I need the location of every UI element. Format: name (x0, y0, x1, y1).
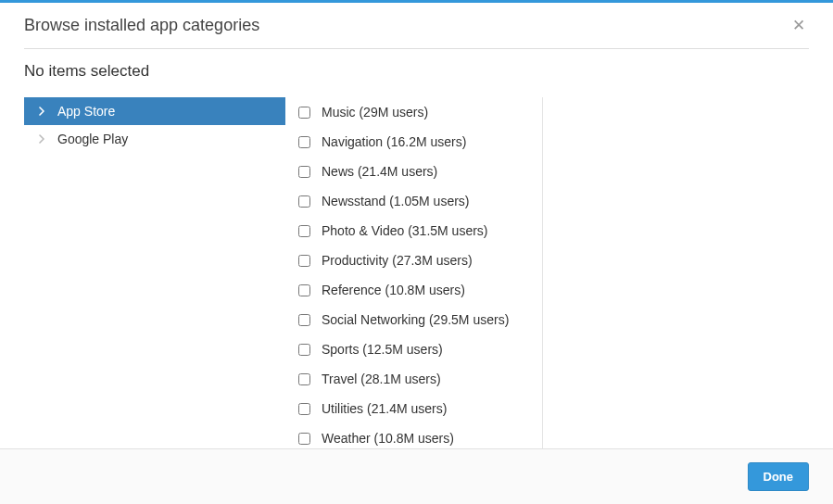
category-label: Weather (10.8M users) (322, 431, 454, 446)
category-checkbox[interactable] (298, 166, 310, 178)
chevron-right-icon (35, 134, 48, 144)
category-checkbox[interactable] (298, 107, 310, 119)
category-checkbox[interactable] (298, 373, 310, 385)
category-item[interactable]: Navigation (16.2M users) (285, 127, 542, 157)
modal-footer: Done (0, 448, 833, 504)
category-item[interactable]: Photo & Video (31.5M users) (285, 216, 542, 246)
category-item[interactable]: Travel (28.1M users) (285, 364, 542, 394)
category-checkbox[interactable] (298, 225, 310, 237)
category-item[interactable]: Newsstand (1.05M users) (285, 186, 542, 216)
source-item-app-store[interactable]: App Store (24, 97, 285, 125)
category-label: Sports (12.5M users) (322, 342, 443, 357)
source-item-label: Google Play (57, 132, 274, 146)
category-label: Newsstand (1.05M users) (322, 194, 470, 208)
source-item-google-play[interactable]: Google Play (24, 125, 285, 153)
category-label: News (21.4M users) (322, 164, 437, 179)
category-item[interactable]: News (21.4M users) (285, 157, 542, 186)
category-checkbox[interactable] (298, 284, 310, 296)
done-button[interactable]: Done (748, 462, 810, 491)
category-item[interactable]: Social Networking (29.5M users) (285, 305, 542, 334)
source-item-label: App Store (57, 104, 274, 119)
category-item[interactable]: Utilities (21.4M users) (285, 394, 542, 423)
category-label: Music (29M users) (322, 105, 428, 120)
category-label: Travel (28.1M users) (322, 372, 441, 386)
category-label: Navigation (16.2M users) (322, 134, 466, 149)
category-item[interactable]: Reference (10.8M users) (285, 275, 542, 305)
close-button[interactable]: ✕ (789, 18, 809, 33)
sources-column: App StoreGoogle Play (24, 97, 285, 449)
category-label: Photo & Video (31.5M users) (322, 223, 488, 238)
close-icon: ✕ (792, 17, 805, 34)
category-checkbox[interactable] (298, 344, 310, 356)
category-checkbox[interactable] (298, 433, 310, 445)
category-label: Productivity (27.3M users) (322, 253, 473, 268)
selection-status: No items selected (24, 62, 809, 81)
category-label: Reference (10.8M users) (322, 283, 465, 297)
category-checkbox[interactable] (298, 195, 310, 208)
category-checkbox[interactable] (298, 136, 310, 148)
category-label: Utilities (21.4M users) (322, 401, 447, 416)
category-checkbox[interactable] (298, 403, 310, 415)
category-item[interactable]: Music (29M users) (285, 97, 542, 127)
category-item[interactable]: Weather (10.8M users) (285, 423, 542, 449)
modal-title: Browse installed app categories (24, 16, 259, 35)
chevron-right-icon (35, 107, 48, 116)
category-label: Social Networking (29.5M users) (322, 312, 509, 327)
category-checkbox[interactable] (298, 255, 310, 267)
category-item[interactable]: Sports (12.5M users) (285, 334, 542, 364)
category-item[interactable]: Productivity (27.3M users) (285, 246, 542, 275)
category-checkbox[interactable] (298, 314, 310, 326)
browse-columns: App StoreGoogle Play Music (29M users)Na… (24, 97, 809, 449)
categories-column: Music (29M users)Navigation (16.2M users… (285, 97, 543, 449)
